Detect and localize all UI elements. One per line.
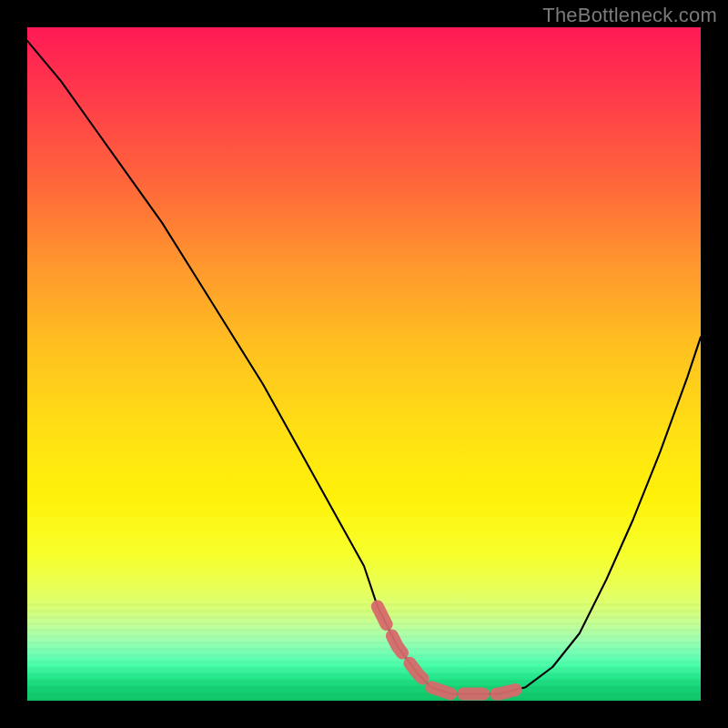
highlight-band [378,606,526,693]
chart-frame: TheBottleneck.com [0,0,728,728]
bottleneck-curve [27,41,701,694]
plot-area [27,27,701,701]
curve-layer [27,27,701,701]
watermark-label: TheBottleneck.com [542,4,717,27]
